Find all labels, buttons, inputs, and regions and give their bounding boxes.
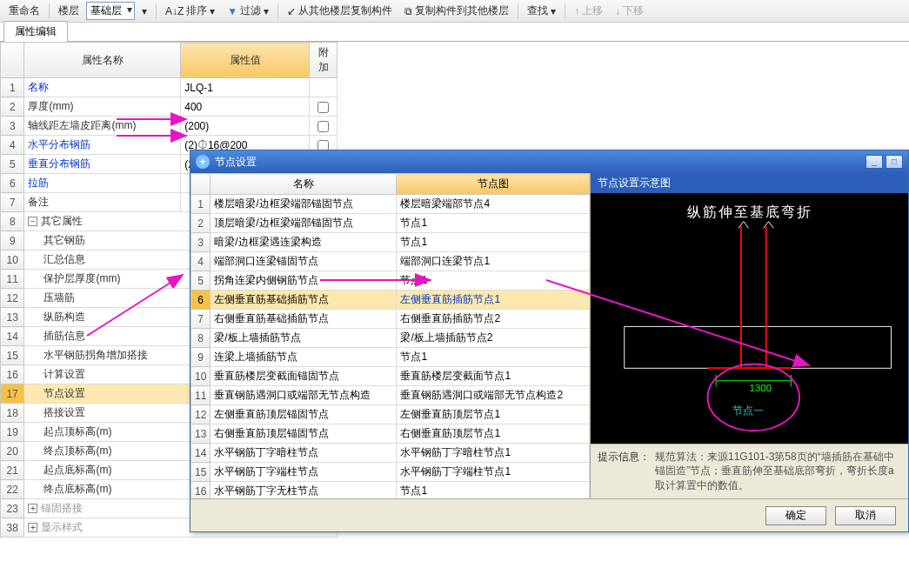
node-row[interactable]: 13右侧垂直筋顶层锚固节点右侧垂直筋顶层节点1 <box>191 424 590 444</box>
node-row[interactable]: 11垂直钢筋遇洞口或端部无节点构造垂直钢筋遇洞口或端部无节点构造2 <box>191 386 590 405</box>
dialog-titlebar[interactable]: + 节点设置 _ □ <box>190 150 908 173</box>
node-row[interactable]: 10垂直筋楼层变截面锚固节点垂直筋楼层变截面节点1 <box>191 367 590 386</box>
ok-button[interactable]: 确定 <box>765 506 826 525</box>
svg-text:节点一: 节点一 <box>732 405 764 416</box>
col-node-map: 节点图 <box>397 174 590 195</box>
node-row[interactable]: 16水平钢筋丁字无柱节点节点1 <box>191 482 590 499</box>
col-value: 属性值 <box>181 43 310 78</box>
node-row[interactable]: 7右侧垂直筋基础插筋节点右侧垂直筋插筋节点2 <box>191 310 590 329</box>
col-name: 属性名称 <box>24 43 181 78</box>
tab-properties[interactable]: 属性编辑 <box>3 21 68 42</box>
move-down-button: ↓ 下移 <box>610 2 649 20</box>
node-row[interactable]: 2顶层暗梁/边框梁端部锚固节点节点1 <box>191 214 590 233</box>
toolbar: 重命名 楼层 基础层 ▾ A↓Z 排序 ▾ ▼ 过滤 ▾ ↙ 从其他楼层复制构件… <box>0 0 909 23</box>
node-row[interactable]: 3暗梁/边框梁遇连梁构造节点1 <box>191 233 590 252</box>
diagram-title: 纵筋伸至基底弯折 <box>591 204 908 222</box>
col-node-name: 名称 <box>211 174 397 195</box>
node-row[interactable]: 12左侧垂直筋顶层锚固节点左侧垂直筋顶层节点1 <box>191 405 590 424</box>
diagram-canvas: 纵筋伸至基底弯折 1300 <box>591 193 908 444</box>
node-row[interactable]: 1楼层暗梁/边框梁端部锚固节点楼层暗梁端部节点4 <box>191 195 590 214</box>
svg-point-13 <box>708 364 799 431</box>
diagram-svg: 1300 节点一 <box>591 193 908 444</box>
dialog-icon: + <box>196 155 210 169</box>
node-row[interactable]: 9连梁上墙插筋节点节点1 <box>191 348 590 367</box>
node-list[interactable]: 名称 节点图 1楼层暗梁/边框梁端部锚固节点楼层暗梁端部节点42顶层暗梁/边框梁… <box>190 173 591 498</box>
node-row[interactable]: 5拐角连梁内侧钢筋节点节点1 <box>191 271 590 291</box>
cancel-button[interactable]: 取消 <box>835 506 896 525</box>
prop-row[interactable]: 2厚度(mm)400 <box>1 97 338 117</box>
floor-label: 楼层 <box>53 2 84 20</box>
col-rownum <box>1 43 24 78</box>
sort-button[interactable]: A↓Z 排序 ▾ <box>160 2 220 20</box>
svg-text:1300: 1300 <box>750 383 772 393</box>
dialog-title: 节点设置 <box>215 155 257 170</box>
prop-row[interactable]: 1名称JLQ-1 <box>1 78 338 97</box>
maximize-button[interactable]: □ <box>886 155 903 169</box>
minimize-button[interactable]: _ <box>866 155 883 169</box>
node-row[interactable]: 15水平钢筋丁字端柱节点水平钢筋丁字端柱节点1 <box>191 463 590 482</box>
find-button[interactable]: 查找 ▾ <box>522 2 561 20</box>
diagram-header: 节点设置示意图 <box>591 173 908 193</box>
extra-checkbox[interactable] <box>317 121 329 132</box>
node-row[interactable]: 14水平钢筋丁字暗柱节点水平钢筋丁字暗柱节点1 <box>191 444 590 463</box>
sort-icon: A↓Z <box>165 5 184 17</box>
rename-button[interactable]: 重命名 <box>3 2 45 20</box>
tabbar: 属性编辑 <box>0 23 909 42</box>
copy-to-button[interactable]: ⧉ 复制构件到其他楼层 <box>399 2 514 20</box>
filter-button[interactable]: ▼ 过滤 ▾ <box>222 2 274 20</box>
copy-from-button[interactable]: ↙ 从其他楼层复制构件 <box>282 2 398 20</box>
copy-from-icon: ↙ <box>287 5 296 17</box>
hint-area: 提示信息： 规范算法：来源11G101-3第58页的“墙插筋在基础中锚固造”节点… <box>591 444 908 498</box>
hint-text: 规范算法：来源11G101-3第58页的“墙插筋在基础中锚固造”节点；垂直筋伸至… <box>655 450 901 493</box>
copy-to-icon: ⧉ <box>404 5 412 17</box>
prop-row[interactable]: 3轴线距左墙皮距离(mm)(200) <box>1 117 338 136</box>
move-up-button: ↑ 上移 <box>569 2 608 20</box>
dialog-footer: 确定 取消 <box>190 498 908 531</box>
floor-select[interactable]: 基础层 <box>86 2 135 20</box>
hint-label: 提示信息： <box>598 450 650 493</box>
node-settings-dialog: + 节点设置 _ □ 名称 节点图 1楼层暗梁/边框梁端部锚固节点楼层暗梁端部节… <box>190 150 909 532</box>
funnel-icon: ▼ <box>227 5 237 17</box>
floor-more[interactable]: ▾ <box>137 3 152 19</box>
node-row[interactable]: 4端部洞口连梁锚固节点端部洞口连梁节点1 <box>191 252 590 271</box>
col-extra: 附加 <box>310 43 338 78</box>
node-row[interactable]: 6左侧垂直筋基础插筋节点左侧垂直筋插筋节点1 <box>191 291 590 310</box>
node-row[interactable]: 8梁/板上墙插筋节点梁/板上墙插筋节点2 <box>191 329 590 348</box>
extra-checkbox[interactable] <box>317 102 329 113</box>
